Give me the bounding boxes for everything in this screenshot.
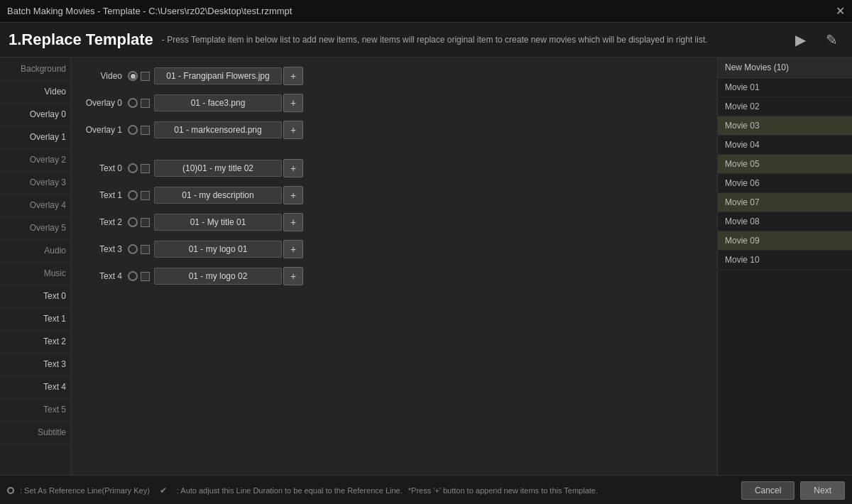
text4-row: Text 4 01 - my logo 02 + [78,265,710,287]
cancel-button[interactable]: Cancel [741,481,794,500]
overlay1-plus-button[interactable]: + [283,121,303,139]
text1-radio[interactable] [128,190,138,200]
edit-button[interactable]: ✎ [820,28,843,51]
text3-label: Text 3 [78,244,128,254]
text2-plus-button[interactable]: + [283,213,303,231]
text0-radio[interactable] [128,163,138,173]
overlay1-label: Overlay 1 [78,125,128,135]
text1-value: 01 - my description [154,187,282,204]
footer-check-note: : Auto adjust this Line Duration to be e… [177,486,403,495]
sidebar-item-overlay4: Overlay 4 [0,194,70,217]
text3-checkbox[interactable] [141,245,150,254]
text0-row: Text 0 (10)01 - my title 02 + [78,157,710,180]
movie-item[interactable]: Movie 08 [718,212,852,231]
movie-list: Movie 01 Movie 02 Movie 03 Movie 04 Movi… [718,78,852,270]
text0-label: Text 0 [78,163,128,173]
text3-row: Text 3 01 - my logo 01 + [78,238,710,261]
right-panel: New Movies (10) Movie 01 Movie 02 Movie … [717,57,852,475]
text1-label: Text 1 [78,190,128,200]
text1-plus-button[interactable]: + [283,186,303,204]
overlay1-checkbox[interactable] [141,126,150,135]
sidebar-item-overlay3: Overlay 3 [0,171,70,194]
sidebar-item-text2: Text 2 [0,330,70,353]
text4-plus-button[interactable]: + [283,267,303,285]
video-radio[interactable] [128,71,138,81]
text3-plus-button[interactable]: + [283,240,303,258]
sidebar-item-text3: Text 3 [0,353,70,376]
play-button[interactable]: ▶ [790,28,812,51]
sidebar-item-text1: Text 1 [0,307,70,330]
sidebar-item-video: Video [0,80,70,103]
text2-checkbox[interactable] [141,218,150,227]
overlay1-row: Overlay 1 01 - markcensored.png + [78,119,710,141]
video-row: Video 01 - Frangipani Flowers.jpg + [78,65,710,87]
middle-panel: Video 01 - Frangipani Flowers.jpg + Over… [71,57,717,475]
sidebar-item-background: Background [0,57,70,80]
video-plus-button[interactable]: + [283,67,303,85]
overlay0-row: Overlay 0 01 - face3.png + [78,92,710,114]
text0-plus-button[interactable]: + [283,159,303,177]
video-value: 01 - Frangipani Flowers.jpg [154,67,282,84]
movie-item[interactable]: Movie 02 [718,97,852,116]
text2-radio[interactable] [128,217,138,227]
movie-item[interactable]: Movie 09 [718,231,852,251]
movie-item[interactable]: Movie 10 [718,251,852,270]
text1-checkbox[interactable] [141,191,150,200]
overlay0-label: Overlay 0 [78,98,128,108]
left-panel: Background Video Overlay 0 Overlay 1 Ove… [0,57,71,475]
text3-value: 01 - my logo 01 [154,241,282,258]
sidebar-item-text5: Text 5 [0,398,70,421]
next-button[interactable]: Next [800,481,845,500]
overlay0-checkbox[interactable] [141,99,150,108]
text0-value: (10)01 - my title 02 [154,160,282,177]
title-bar: Batch Making Movies - Template - C:\User… [0,0,852,23]
overlay1-radio[interactable] [128,125,138,135]
sidebar-item-music: Music [0,262,70,285]
overlay1-value: 01 - markcensored.png [154,121,282,138]
text4-value: 01 - my logo 02 [154,268,282,285]
footer-plus-note: *Press '+' button to append new items to… [408,486,736,495]
text2-row: Text 2 01 - My title 01 + [78,211,710,234]
footer-radio-note: : Set As Reference Line(Primary Key) [7,486,150,495]
sidebar-item-overlay2: Overlay 2 [0,148,70,171]
text4-label: Text 4 [78,271,128,281]
movie-item[interactable]: Movie 07 [718,193,852,212]
new-movies-header: New Movies (10) [718,57,852,78]
content-area: Background Video Overlay 0 Overlay 1 Ove… [0,57,852,475]
sidebar-item-text4: Text 4 [0,376,70,398]
radio-icon [7,487,14,494]
movie-item[interactable]: Movie 05 [718,155,852,174]
text2-value: 01 - My title 01 [154,214,282,231]
sidebar-item-overlay1: Overlay 1 [0,126,70,148]
overlay0-value: 01 - face3.png [154,94,282,111]
movie-item[interactable]: Movie 03 [718,116,852,136]
main-header: 1.Replace Template - Press Template item… [0,23,852,57]
text4-radio[interactable] [128,271,138,281]
title-bar-text: Batch Making Movies - Template - C:\User… [7,6,292,16]
text0-checkbox[interactable] [141,164,150,173]
step-description: - Press Template item in below list to a… [162,35,781,45]
sidebar-item-audio: Audio [0,239,70,262]
sidebar-item-subtitle: Subtitle [0,421,70,444]
video-checkbox[interactable] [141,72,150,81]
movie-item[interactable]: Movie 06 [718,174,852,193]
sidebar-item-text0: Text 0 [0,285,70,307]
sidebar-item-overlay5: Overlay 5 [0,217,70,239]
overlay0-plus-button[interactable]: + [283,94,303,112]
step-title: 1.Replace Template [9,31,153,49]
text1-row: Text 1 01 - my description + [78,184,710,207]
sidebar-item-overlay0: Overlay 0 [0,103,70,126]
text3-radio[interactable] [128,244,138,254]
video-label: Video [78,71,128,81]
movie-item[interactable]: Movie 04 [718,136,852,155]
text4-checkbox[interactable] [141,272,150,281]
close-icon[interactable]: ✕ [836,4,845,18]
overlay0-radio[interactable] [128,98,138,108]
footer: : Set As Reference Line(Primary Key) ✔ :… [0,475,852,504]
movie-item[interactable]: Movie 01 [718,78,852,97]
text2-label: Text 2 [78,217,128,227]
